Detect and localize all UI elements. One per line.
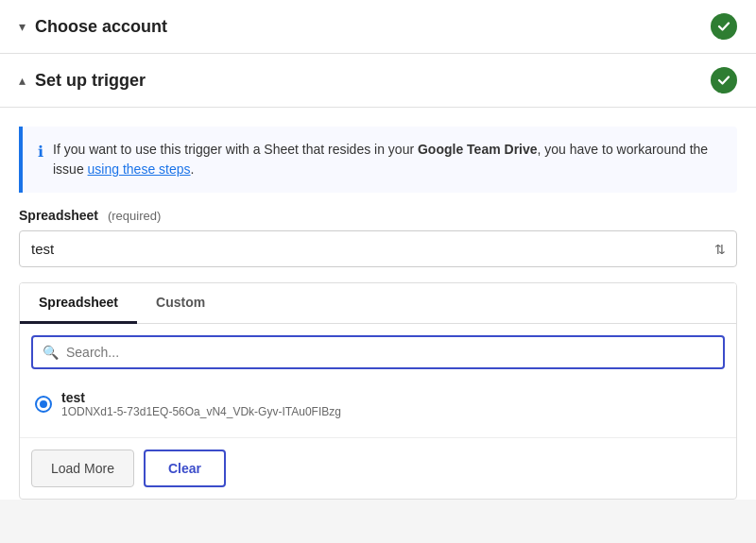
choose-account-chevron-icon: ▾ [19, 19, 26, 34]
choose-account-header-left[interactable]: ▾ Choose account [19, 17, 167, 37]
load-more-button[interactable]: Load More [31, 450, 134, 487]
choose-account-section: ▾ Choose account [0, 0, 756, 54]
info-link[interactable]: using these steps [88, 161, 191, 177]
setup-trigger-header-left: ▴ Set up trigger [19, 71, 146, 91]
info-icon: ℹ [38, 141, 43, 163]
radio-button[interactable] [35, 396, 52, 413]
field-required-text: (required) [108, 209, 161, 223]
setup-trigger-header[interactable]: ▴ Set up trigger [0, 54, 756, 108]
spreadsheet-dropdown-panel: Spreadsheet Custom 🔍 test 1OD [19, 282, 737, 500]
dropdown-tabs: Spreadsheet Custom [20, 283, 736, 324]
tab-custom[interactable]: Custom [137, 283, 224, 324]
dropdown-list: test 1ODNXd1-5-73d1EQ-56Oa_vN4_VDk-Gyv-I… [20, 377, 736, 437]
choose-account-check-icon [711, 13, 737, 40]
action-buttons: Load More Clear [20, 437, 736, 499]
setup-trigger-title: Set up trigger [35, 71, 146, 91]
spreadsheet-select-wrapper[interactable]: test ⇅ [19, 230, 737, 267]
dropdown-search-wrapper: 🔍 [20, 324, 736, 377]
tab-spreadsheet[interactable]: Spreadsheet [20, 283, 137, 324]
spreadsheet-field-label: Spreadsheet (required) [19, 208, 737, 223]
setup-trigger-chevron-icon: ▴ [19, 73, 26, 88]
search-box: 🔍 [31, 335, 725, 369]
list-item-name: test [61, 390, 341, 405]
radio-selected-dot [40, 400, 47, 408]
list-item-info: test 1ODNXd1-5-73d1EQ-56Oa_vN4_VDk-Gyv-I… [61, 390, 341, 418]
setup-trigger-section: ▴ Set up trigger ℹ If you want to use th… [0, 54, 756, 500]
clear-button[interactable]: Clear [144, 450, 226, 487]
search-icon: 🔍 [43, 345, 59, 360]
field-label-text: Spreadsheet [19, 208, 98, 223]
info-text: If you want to use this trigger with a S… [53, 140, 722, 179]
setup-trigger-check-icon [711, 67, 737, 93]
list-item-id: 1ODNXd1-5-73d1EQ-56Oa_vN4_VDk-Gyv-ITAu0F… [61, 405, 341, 418]
search-input[interactable] [66, 345, 713, 360]
list-item[interactable]: test 1ODNXd1-5-73d1EQ-56Oa_vN4_VDk-Gyv-I… [31, 382, 725, 426]
spreadsheet-field-section: Spreadsheet (required) test ⇅ [0, 208, 756, 282]
info-box: ℹ If you want to use this trigger with a… [19, 127, 737, 193]
spreadsheet-select[interactable]: test [19, 230, 737, 267]
choose-account-title: Choose account [35, 17, 167, 37]
